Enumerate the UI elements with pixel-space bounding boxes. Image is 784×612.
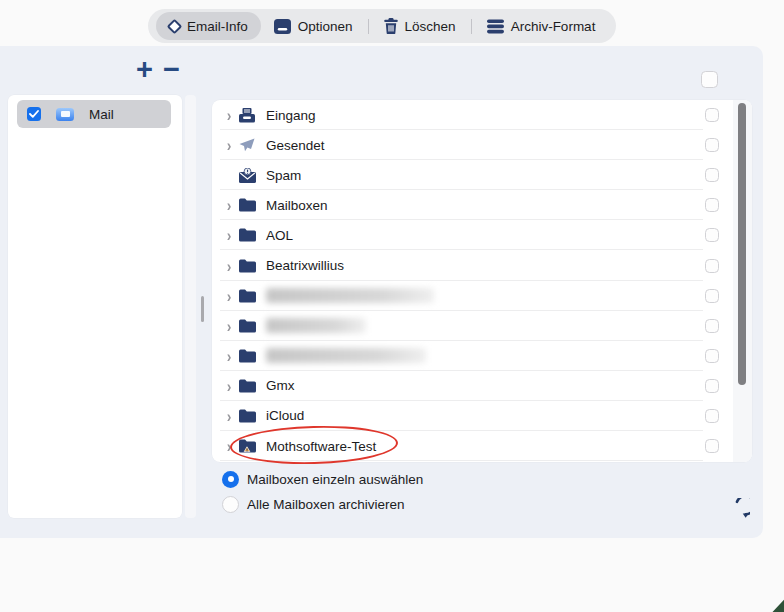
chevron-right-icon[interactable]: › <box>222 316 236 335</box>
mailbox-row[interactable]: › Mothsoftware-Test <box>212 431 733 461</box>
row-checkbox[interactable] <box>705 379 719 393</box>
add-mailbox-button[interactable]: + <box>136 55 153 84</box>
mailbox-row[interactable]: › <box>212 341 733 371</box>
diamond-icon <box>167 18 183 34</box>
refresh-button[interactable] <box>724 498 750 524</box>
tab-optionen[interactable]: Optionen <box>261 12 366 40</box>
mail-app-icon <box>56 108 74 121</box>
scrollbar-thumb[interactable] <box>738 103 746 385</box>
tab-loeschen[interactable]: Löschen <box>371 12 469 40</box>
chevron-right-icon[interactable]: › <box>222 136 236 155</box>
tab-archiv-format-label: Archiv-Format <box>511 19 596 34</box>
redacted-label <box>266 288 434 303</box>
chevron-right-icon[interactable]: › <box>222 346 236 365</box>
radio-unselected-icon[interactable] <box>222 496 239 513</box>
folder-icon <box>239 409 261 423</box>
mailbox-list: › Eingang › Gesendet › Spam › <box>212 100 752 462</box>
radio-selected-icon[interactable] <box>222 471 239 488</box>
mailbox-row[interactable]: › iCloud <box>212 401 733 431</box>
spam-envelope-icon <box>239 168 261 183</box>
scrollbar-track[interactable] <box>733 100 752 462</box>
sidebar-item-mail[interactable]: Mail <box>17 100 171 128</box>
row-checkbox[interactable] <box>705 349 719 363</box>
mode-toolbar: Email-Info Optionen <box>148 9 616 43</box>
mailbox-row[interactable]: › Gmx <box>212 371 733 401</box>
chevron-right-icon[interactable]: › <box>222 436 236 455</box>
mailbox-row[interactable]: › Eingang <box>212 100 733 130</box>
mailbox-row[interactable]: › Gesendet <box>212 130 733 160</box>
chevron-right-icon[interactable]: › <box>222 105 236 124</box>
row-checkbox[interactable] <box>705 228 719 242</box>
chevron-right-icon[interactable]: › <box>222 406 236 425</box>
redacted-label <box>266 318 366 333</box>
row-checkbox[interactable] <box>705 168 719 182</box>
folder-icon <box>239 198 261 212</box>
row-checkbox[interactable] <box>705 409 719 423</box>
tab-archiv-format[interactable]: Archiv-Format <box>474 12 609 40</box>
desktop-corner <box>768 595 784 612</box>
mailbox-row-label: AOL <box>266 228 293 243</box>
row-checkbox[interactable] <box>705 289 719 303</box>
mailbox-row-label: Spam <box>266 168 301 183</box>
folder-icon <box>239 379 261 393</box>
mailbox-row-label: Beatrixwillius <box>266 258 344 273</box>
trash-icon <box>384 18 398 34</box>
mailbox-row[interactable]: › Spam <box>212 160 733 190</box>
sidebar-edge-strip <box>185 95 196 518</box>
mailbox-row-label: Gesendet <box>266 138 325 153</box>
splitter-handle[interactable] <box>201 296 204 322</box>
row-checkbox[interactable] <box>705 439 719 453</box>
mailbox-row[interactable]: › <box>212 281 733 311</box>
mailbox-row-label: Mothsoftware-Test <box>266 439 376 454</box>
inbox-icon <box>239 108 261 123</box>
redacted-label <box>266 348 426 363</box>
radio-mailboxen-einzeln[interactable]: Mailboxen einzeln auswählen <box>222 470 423 488</box>
chevron-right-icon[interactable]: › <box>222 196 236 215</box>
paper-plane-icon <box>239 138 261 152</box>
folder-icon <box>239 228 261 242</box>
tray-icon <box>274 19 291 34</box>
chevron-right-icon[interactable]: › <box>222 286 236 305</box>
remove-mailbox-button[interactable]: − <box>163 55 180 84</box>
chevron-right-icon[interactable]: › <box>222 376 236 395</box>
folder-icon <box>239 349 261 363</box>
sidebar-item-mail-label: Mail <box>89 107 114 122</box>
select-all-checkbox[interactable] <box>701 71 718 88</box>
archive-mode-options: Mailboxen einzeln auswählen Alle Mailbox… <box>222 470 423 513</box>
tab-email-info-label: Email-Info <box>187 19 248 34</box>
row-checkbox[interactable] <box>705 138 719 152</box>
toolbar-divider <box>368 19 369 34</box>
tab-email-info[interactable]: Email-Info <box>156 12 261 40</box>
mailbox-row[interactable]: › Mailboxen <box>212 190 733 220</box>
accounts-sidebar: Mail <box>8 95 182 518</box>
mailbox-row[interactable]: › AOL <box>212 220 733 250</box>
folder-icon <box>239 319 261 333</box>
toolbar-divider <box>471 19 472 34</box>
mailbox-row-label: Gmx <box>266 378 295 393</box>
stack-icon <box>487 19 504 34</box>
row-checkbox[interactable] <box>705 319 719 333</box>
folder-icon <box>239 289 261 303</box>
radio-alle-mailboxen[interactable]: Alle Mailboxen archivieren <box>222 495 423 513</box>
chevron-right-icon[interactable]: › <box>222 256 236 275</box>
tab-optionen-label: Optionen <box>298 19 353 34</box>
row-checkbox[interactable] <box>705 259 719 273</box>
mailbox-row-label: iCloud <box>266 408 304 423</box>
mailbox-row[interactable]: › <box>212 311 733 341</box>
radio-alle-mailboxen-label: Alle Mailboxen archivieren <box>247 497 405 512</box>
chevron-right-icon[interactable]: › <box>222 226 236 245</box>
mail-checked-checkbox[interactable] <box>27 107 41 121</box>
mailbox-row-label: Mailboxen <box>266 198 328 213</box>
radio-mailboxen-einzeln-label: Mailboxen einzeln auswählen <box>247 472 423 487</box>
folder-icon <box>239 259 261 273</box>
folder-warning-icon <box>239 439 261 454</box>
mailbox-row-label: Eingang <box>266 108 316 123</box>
row-checkbox[interactable] <box>705 198 719 212</box>
row-checkbox[interactable] <box>705 108 719 122</box>
tab-loeschen-label: Löschen <box>405 19 456 34</box>
mailbox-row[interactable]: › Beatrixwillius <box>212 250 733 280</box>
archiver-window: Email-Info Optionen <box>0 0 784 612</box>
